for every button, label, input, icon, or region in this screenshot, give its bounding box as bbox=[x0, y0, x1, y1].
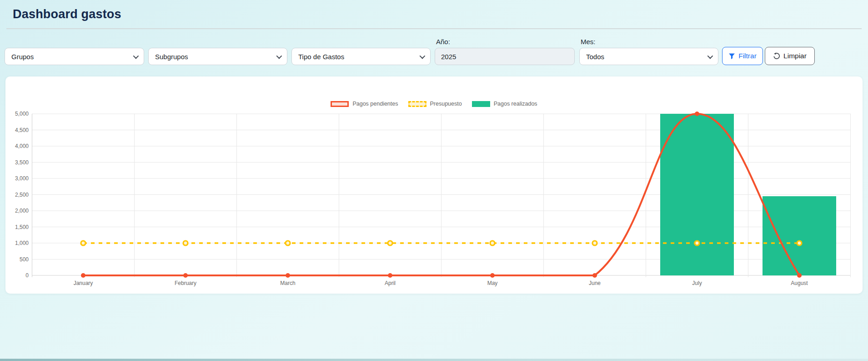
chevron-down-icon bbox=[133, 53, 139, 59]
pending-point-july[interactable] bbox=[695, 112, 699, 116]
reload-icon bbox=[773, 52, 780, 60]
pending-point-april[interactable] bbox=[388, 273, 392, 278]
bar-august[interactable] bbox=[763, 196, 836, 275]
month-select[interactable]: Todos bbox=[579, 48, 718, 65]
y-tick-label: 4,000 bbox=[15, 143, 29, 149]
pending-point-february[interactable] bbox=[183, 273, 188, 278]
x-tick-label: March bbox=[280, 280, 295, 286]
clear-button-label: Limpiar bbox=[783, 52, 807, 60]
y-tick-label: 3,500 bbox=[15, 159, 29, 166]
expense-type-select[interactable]: Tipo de Gastos bbox=[291, 48, 431, 65]
filter-button[interactable]: Filtrar bbox=[722, 47, 763, 65]
y-tick-label: 1,000 bbox=[15, 240, 29, 246]
budget-point-march[interactable] bbox=[286, 241, 290, 245]
y-tick-label: 4,500 bbox=[15, 127, 29, 133]
filter-button-label: Filtrar bbox=[738, 52, 757, 60]
subgroups-select-value: Subgrupos bbox=[155, 53, 188, 61]
page-title: Dashboard gastos bbox=[13, 7, 121, 21]
month-select-value: Todos bbox=[586, 53, 604, 61]
y-tick-label: 500 bbox=[20, 256, 29, 263]
budget-point-august[interactable] bbox=[797, 241, 802, 245]
month-label: Mes: bbox=[581, 38, 596, 46]
pending-point-august[interactable] bbox=[797, 273, 802, 278]
chevron-down-icon bbox=[707, 53, 713, 59]
expense-type-select-value: Tipo de Gastos bbox=[298, 53, 344, 61]
y-tick-label: 1,500 bbox=[15, 224, 29, 230]
chart-card: Pagos pendientesPresupuestoPagos realiza… bbox=[5, 76, 863, 294]
budget-point-july[interactable] bbox=[695, 241, 699, 245]
x-tick-label: January bbox=[74, 280, 93, 286]
year-input[interactable] bbox=[435, 48, 575, 65]
x-tick-label: May bbox=[487, 280, 498, 286]
footer-strip bbox=[0, 359, 868, 361]
budget-point-may[interactable] bbox=[490, 241, 495, 245]
budget-point-january[interactable] bbox=[81, 241, 85, 245]
filter-funnel-icon bbox=[728, 53, 735, 60]
pending-point-march[interactable] bbox=[286, 273, 290, 278]
groups-select-value: Grupos bbox=[11, 53, 34, 61]
pending-point-january[interactable] bbox=[81, 273, 85, 278]
chevron-down-icon bbox=[420, 53, 426, 59]
x-tick-label: July bbox=[692, 280, 702, 286]
clear-button[interactable]: Limpiar bbox=[765, 47, 815, 65]
pending-point-may[interactable] bbox=[490, 273, 495, 278]
subgroups-select[interactable]: Subgrupos bbox=[148, 48, 287, 65]
y-tick-label: 5,000 bbox=[15, 111, 29, 117]
groups-select[interactable]: Grupos bbox=[5, 48, 144, 65]
y-tick-label: 2,500 bbox=[15, 192, 29, 198]
budget-point-february[interactable] bbox=[183, 241, 188, 245]
y-tick-label: 2,000 bbox=[15, 208, 29, 214]
expenses-chart: 05001,0001,5002,0002,5003,0003,5004,0004… bbox=[5, 76, 863, 294]
x-tick-label: April bbox=[385, 280, 396, 286]
header-divider bbox=[6, 28, 862, 29]
y-tick-label: 3,000 bbox=[15, 175, 29, 182]
year-label: Año: bbox=[436, 38, 450, 46]
x-tick-label: February bbox=[175, 280, 196, 286]
bar-july[interactable] bbox=[660, 114, 734, 275]
x-tick-label: June bbox=[589, 280, 601, 286]
y-tick-label: 0 bbox=[25, 272, 29, 279]
budget-point-june[interactable] bbox=[592, 241, 597, 245]
budget-point-april[interactable] bbox=[388, 241, 392, 245]
chevron-down-icon bbox=[276, 53, 282, 59]
x-tick-label: August bbox=[791, 280, 808, 286]
pending-point-june[interactable] bbox=[592, 273, 597, 278]
